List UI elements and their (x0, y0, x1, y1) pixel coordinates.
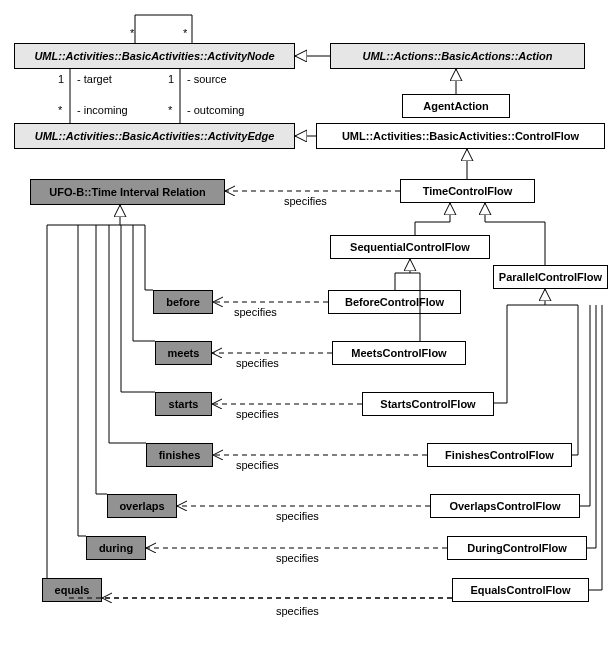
class-during: during (86, 536, 146, 560)
class-finishes: finishes (146, 443, 213, 467)
specifies-starts: specifies (236, 408, 279, 420)
class-during-cf: DuringControlFlow (447, 536, 587, 560)
specifies-equals: specifies (276, 605, 319, 617)
class-starts-cf: StartsControlFlow (362, 392, 494, 416)
class-parallel-control-flow: ParallelControlFlow (493, 265, 608, 289)
incoming-label: - incoming (77, 104, 128, 116)
specifies-finishes: specifies (236, 459, 279, 471)
star-self-right: * (183, 27, 187, 39)
specifies-ufo: specifies (284, 195, 327, 207)
class-agent-action: AgentAction (402, 94, 510, 118)
class-before: before (153, 290, 213, 314)
class-finishes-cf: FinishesControlFlow (427, 443, 572, 467)
star-self-left: * (130, 27, 134, 39)
class-overlaps: overlaps (107, 494, 177, 518)
class-activity-edge: UML::Activities::BasicActivities::Activi… (14, 123, 295, 149)
class-equals: equals (42, 578, 102, 602)
specifies-overlaps: specifies (276, 510, 319, 522)
class-sequential-control-flow: SequentialControlFlow (330, 235, 490, 259)
class-control-flow: UML::Activities::BasicActivities::Contro… (316, 123, 605, 149)
star-outcoming: * (168, 104, 172, 116)
class-meets-cf: MeetsControlFlow (332, 341, 466, 365)
class-equals-cf: EqualsControlFlow (452, 578, 589, 602)
class-ufo-time-interval: UFO-B::Time Interval Relation (30, 179, 225, 205)
class-action: UML::Actions::BasicActions::Action (330, 43, 585, 69)
class-time-control-flow: TimeControlFlow (400, 179, 535, 203)
class-activity-node: UML::Activities::BasicActivities::Activi… (14, 43, 295, 69)
class-meets: meets (155, 341, 212, 365)
specifies-meets: specifies (236, 357, 279, 369)
one-target: 1 (58, 73, 64, 85)
class-before-cf: BeforeControlFlow (328, 290, 461, 314)
one-source: 1 (168, 73, 174, 85)
specifies-before: specifies (234, 306, 277, 318)
target-label: - target (77, 73, 112, 85)
star-incoming: * (58, 104, 62, 116)
class-overlaps-cf: OverlapsControlFlow (430, 494, 580, 518)
specifies-during: specifies (276, 552, 319, 564)
source-label: - source (187, 73, 227, 85)
outcoming-label: - outcoming (187, 104, 244, 116)
class-starts: starts (155, 392, 212, 416)
